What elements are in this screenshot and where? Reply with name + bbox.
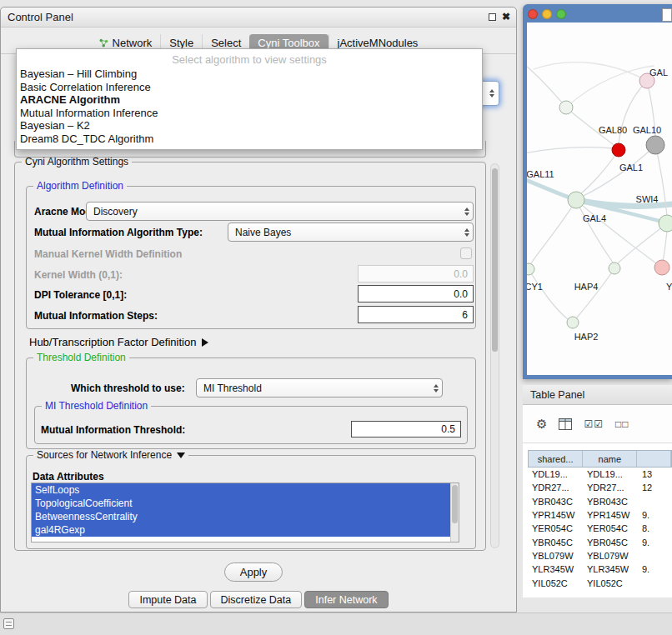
table-cell[interactable]: YDL19... xyxy=(528,468,583,481)
table-cell[interactable]: 9. xyxy=(638,508,672,522)
graph-edge xyxy=(531,200,576,263)
table-cell[interactable]: YIL052C xyxy=(528,576,583,589)
table-cell[interactable]: YLR345W xyxy=(583,562,638,576)
apply-button[interactable]: Apply xyxy=(224,562,283,582)
table-cell[interactable]: YBL079W xyxy=(528,549,583,562)
data-attributes-list[interactable]: SelfLoopsTopologicalCoefficientBetweenne… xyxy=(31,482,459,542)
algorithm-option-bayesian-hill-climbing[interactable]: Bayesian – Hill Climbing xyxy=(17,68,482,81)
sources-group-title[interactable]: Sources for Network Inference xyxy=(33,449,188,461)
network-window-titlebar[interactable] xyxy=(523,4,672,22)
graph-edge xyxy=(527,148,613,154)
table-cell[interactable]: 8. xyxy=(638,522,672,535)
graph-node-hap4-node[interactable] xyxy=(609,262,620,274)
float-window-icon[interactable] xyxy=(489,13,496,21)
algorithm-option-mutual-information-inference[interactable]: Mutual Information Inference xyxy=(17,107,482,120)
attribute-item-selfloops[interactable]: SelfLoops xyxy=(32,483,459,497)
attribute-item-betweennesscentrality[interactable]: BetweennessCentrality xyxy=(32,510,459,523)
combo-stepper-icon xyxy=(434,384,439,392)
network-graph[interactable]: GALGAL80GAL10GAL11GAL1SWI4GAL4GCY1HAP4HA… xyxy=(527,22,672,375)
hub-transcription-factor-section[interactable]: Hub/Transcription Factor Definition xyxy=(29,336,208,348)
table-row[interactable]: YIL052CYIL052C xyxy=(528,576,672,589)
deselect-all-icon[interactable]: □□ xyxy=(615,418,629,430)
table-cell[interactable]: YDR27... xyxy=(528,481,583,494)
table-row[interactable]: YLR345WYLR345W9. xyxy=(528,562,672,576)
table-cell[interactable]: YER054C xyxy=(583,522,638,535)
which-threshold-select[interactable]: MI Threshold xyxy=(196,378,443,398)
combo-stepper-icon xyxy=(489,89,494,98)
attribute-item-topologicalcoefficient[interactable]: TopologicalCoefficient xyxy=(32,497,459,510)
mi-steps-label: Mutual Information Steps: xyxy=(34,310,158,322)
table-row[interactable]: YBR045CYBR045C9. xyxy=(528,535,672,548)
network-corner-widget[interactable] xyxy=(662,8,672,22)
algorithm-option-basic-correlation-inference[interactable]: Basic Correlation Inference xyxy=(17,81,482,94)
table-cell[interactable]: YDL19... xyxy=(583,468,638,481)
graph-node[interactable] xyxy=(646,136,664,154)
table-cell[interactable] xyxy=(638,549,672,562)
graph-node-gal10-node[interactable] xyxy=(612,143,625,157)
table-row[interactable]: YDR27...YDR27...12 xyxy=(528,481,672,494)
bottom-tab-infer-network[interactable]: Infer Network xyxy=(304,591,388,608)
manual-kernel-width-checkbox[interactable] xyxy=(460,248,472,259)
which-threshold-label: Which threshold to use: xyxy=(71,382,185,394)
table-row[interactable]: YBL079WYBL079W xyxy=(528,549,672,562)
table-cell[interactable]: YBR043C xyxy=(583,495,638,508)
mi-algorithm-type-select[interactable]: Naive Bayes xyxy=(228,222,474,242)
table-cell[interactable]: YLR345W xyxy=(528,562,583,576)
kernel-width-field[interactable]: 0.0 xyxy=(358,265,474,282)
graph-node-hap2-node[interactable] xyxy=(567,317,579,328)
zoom-traffic-light-icon[interactable] xyxy=(556,9,566,19)
close-icon[interactable]: ✖ xyxy=(502,11,510,23)
mi-steps-field[interactable]: 6 xyxy=(358,306,474,323)
mi-threshold-label: Mutual Information Threshold: xyxy=(41,424,185,436)
algorithm-option-dream8-dc-tdc-algorithm[interactable]: Dream8 DC_TDC Algorithm xyxy=(17,132,482,146)
bottom-tab-impute-data[interactable]: Impute Data xyxy=(128,591,207,608)
graph-node[interactable] xyxy=(559,101,573,114)
table-row[interactable]: YPR145WYPR145W9. xyxy=(528,508,672,522)
attribute-item-gal4rgexp[interactable]: gal4RGexp xyxy=(32,523,459,537)
table-cell[interactable]: YPR145W xyxy=(583,508,638,522)
settings-scrollbar[interactable] xyxy=(490,163,499,548)
algorithm-popup-placeholder: Select algorithm to view settings xyxy=(17,52,482,68)
graph-node[interactable] xyxy=(654,260,669,275)
columns-icon[interactable] xyxy=(559,418,572,430)
settings-scrollbar-thumb[interactable] xyxy=(492,168,498,352)
table-cell[interactable]: YDR27... xyxy=(583,481,638,494)
close-traffic-light-icon[interactable] xyxy=(528,9,538,19)
mi-threshold-field[interactable]: 0.5 xyxy=(351,421,461,438)
bottom-tab-discretize-data[interactable]: Discretize Data xyxy=(210,591,303,608)
list-scrollbar-thumb[interactable] xyxy=(452,485,458,523)
table-cell[interactable]: 9. xyxy=(638,535,672,548)
table-row[interactable]: YER054CYER054C8. xyxy=(528,522,672,535)
select-all-icon[interactable]: ☑☑ xyxy=(584,418,604,430)
table-cell[interactable]: YPR145W xyxy=(528,508,583,522)
table-cell[interactable]: YBR045C xyxy=(528,535,583,548)
algorithm-option-aracne-algorithm[interactable]: ARACNE Algorithm xyxy=(17,93,482,107)
restore-panel-icon[interactable] xyxy=(3,618,14,629)
graph-node-gcy1-node[interactable] xyxy=(527,263,534,275)
minimize-traffic-light-icon[interactable] xyxy=(542,9,552,19)
aracne-mode-select[interactable]: Discovery xyxy=(86,202,474,221)
threshold-definition-title: Threshold Definition xyxy=(33,352,129,363)
column-header-name[interactable]: name xyxy=(583,451,637,467)
table-cell[interactable]: YIL052C xyxy=(583,576,638,589)
algorithm-option-bayesian-k2[interactable]: Bayesian – K2 xyxy=(17,119,482,132)
table-row[interactable]: YBR043CYBR043C xyxy=(528,495,672,508)
table-cell[interactable] xyxy=(638,576,672,589)
gear-icon[interactable]: ⚙ xyxy=(536,418,547,430)
graph-node-gal4-node[interactable] xyxy=(568,192,584,208)
table-cell[interactable]: 9. xyxy=(638,562,672,576)
table-cell[interactable]: 12 xyxy=(638,481,672,494)
table-cell[interactable]: YBR043C xyxy=(528,495,583,508)
graph-node-swi4-node[interactable] xyxy=(659,215,672,232)
table-cell[interactable]: YER054C xyxy=(528,522,583,535)
column-header-2[interactable] xyxy=(637,451,671,467)
table-cell[interactable]: 13 xyxy=(638,468,672,481)
table-cell[interactable] xyxy=(638,495,672,508)
table-row[interactable]: YDL19...YDL19...13 xyxy=(528,468,672,481)
table-cell[interactable]: YBL079W xyxy=(583,549,638,562)
dpi-tolerance-field[interactable]: 0.0 xyxy=(358,285,474,302)
table-cell[interactable]: YBR045C xyxy=(583,535,638,548)
column-header-shared[interactable]: shared... xyxy=(529,451,583,467)
list-scrollbar[interactable] xyxy=(450,483,459,542)
network-canvas[interactable]: GALGAL80GAL10GAL11GAL1SWI4GAL4GCY1HAP4HA… xyxy=(527,22,672,375)
